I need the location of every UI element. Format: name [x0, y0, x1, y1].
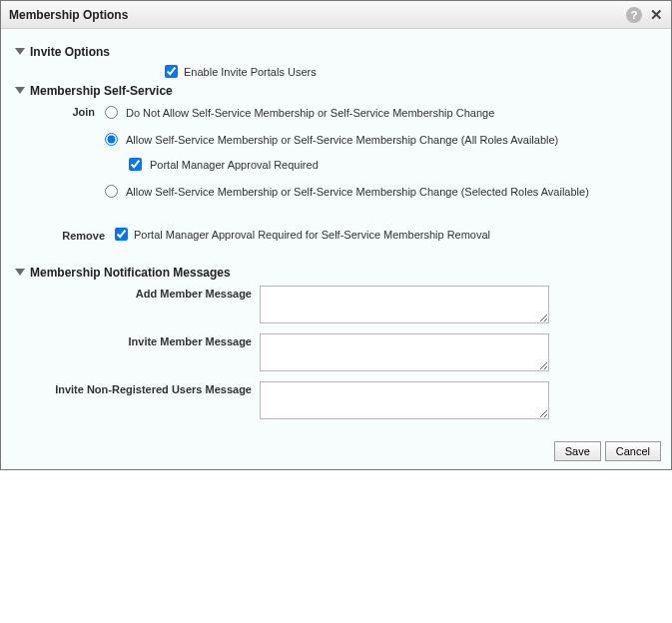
- self-service-title: Membership Self-Service: [30, 84, 173, 98]
- invite-options-title: Invite Options: [30, 45, 110, 59]
- titlebar-actions: ? ✕: [626, 7, 663, 23]
- invite-options-header[interactable]: Invite Options: [15, 45, 657, 59]
- join-option-allow-selected: Allow Self-Service Membership or Self-Se…: [126, 186, 589, 198]
- invite-nonreg-row: Invite Non-Registered Users Message: [15, 381, 657, 419]
- invite-member-textarea[interactable]: [260, 333, 549, 371]
- invite-nonreg-textarea[interactable]: [260, 381, 549, 419]
- spacer-label: [15, 65, 165, 67]
- help-icon[interactable]: ?: [626, 7, 642, 23]
- add-member-row: Add Member Message: [15, 286, 657, 323]
- notifications-header[interactable]: Membership Notification Messages: [15, 266, 657, 280]
- dialog-titlebar: Membership Options ? ✕: [1, 1, 671, 29]
- add-member-label: Add Member Message: [15, 286, 260, 300]
- spacer: [15, 202, 657, 224]
- enable-invite-label: Enable Invite Portals Users: [184, 66, 317, 78]
- join-row: Join Do Not Allow Self-Service Membershi…: [15, 104, 657, 198]
- dialog-body: Invite Options Enable Invite Portals Use…: [1, 29, 671, 435]
- invite-nonreg-label: Invite Non-Registered Users Message: [15, 381, 260, 395]
- membership-options-dialog: Membership Options ? ✕ Invite Options En…: [0, 0, 672, 470]
- disclosure-triangle-icon: [15, 269, 25, 276]
- notifications-title: Membership Notification Messages: [30, 266, 231, 280]
- join-radio-no-allow[interactable]: [105, 106, 118, 119]
- add-member-textarea[interactable]: [260, 286, 549, 323]
- dialog-title: Membership Options: [9, 8, 626, 22]
- remove-label: Remove: [15, 228, 115, 242]
- join-radio-allow-all[interactable]: [105, 133, 118, 146]
- spacer: [15, 246, 657, 260]
- remove-approval-checkbox[interactable]: [115, 228, 128, 241]
- close-icon[interactable]: ✕: [650, 7, 663, 22]
- save-button[interactable]: Save: [554, 441, 601, 461]
- join-label: Join: [15, 104, 105, 118]
- disclosure-triangle-icon: [15, 48, 25, 55]
- join-radio-allow-selected[interactable]: [105, 185, 118, 198]
- invite-member-label: Invite Member Message: [15, 333, 260, 347]
- enable-invite-row: Enable Invite Portals Users: [15, 65, 657, 78]
- join-option-no-allow: Do Not Allow Self-Service Membership or …: [126, 107, 494, 119]
- join-radio-group: Do Not Allow Self-Service Membership or …: [105, 106, 589, 198]
- approval-required-label: Portal Manager Approval Required: [150, 159, 319, 171]
- remove-approval-label: Portal Manager Approval Required for Sel…: [134, 229, 490, 241]
- enable-invite-checkbox[interactable]: [165, 65, 178, 78]
- join-option-allow-all: Allow Self-Service Membership or Self-Se…: [126, 134, 558, 146]
- remove-row: Remove Portal Manager Approval Required …: [15, 228, 657, 242]
- disclosure-triangle-icon: [15, 87, 25, 94]
- cancel-button[interactable]: Cancel: [605, 441, 661, 461]
- dialog-buttons: Save Cancel: [1, 435, 671, 469]
- self-service-header[interactable]: Membership Self-Service: [15, 84, 657, 98]
- approval-required-checkbox[interactable]: [129, 158, 142, 171]
- invite-member-row: Invite Member Message: [15, 333, 657, 371]
